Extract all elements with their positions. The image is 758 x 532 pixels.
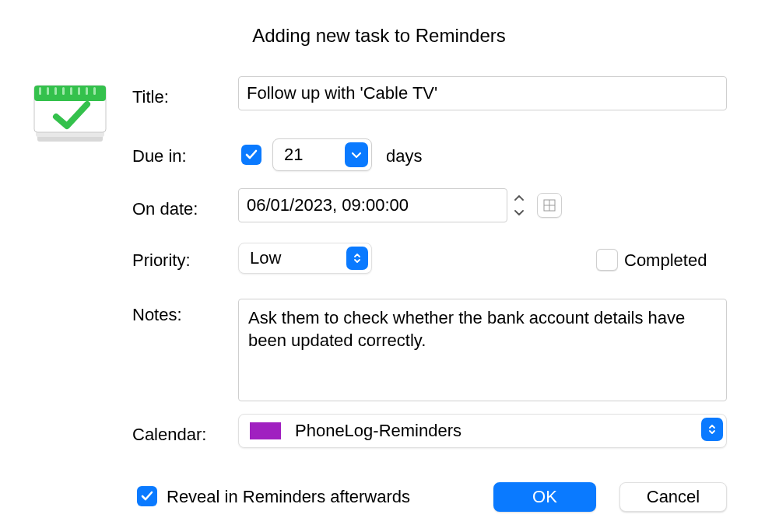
completed-label: Completed [624, 250, 707, 271]
days-suffix-label: days [386, 146, 422, 166]
stepper-up-icon[interactable] [511, 190, 528, 205]
reveal-label: Reveal in Reminders afterwards [167, 487, 410, 507]
svg-rect-11 [93, 87, 96, 95]
updown-caret-icon [346, 247, 368, 270]
on-date-stepper[interactable] [511, 190, 528, 221]
chevron-down-icon [345, 142, 368, 167]
task-dialog: Adding new task to Reminders Title: Due … [0, 0, 758, 532]
calendar-value: PhoneLog-Reminders [295, 421, 461, 441]
reveal-checkbox[interactable] [137, 486, 157, 506]
notes-label: Notes: [132, 305, 182, 325]
ok-button[interactable]: OK [493, 482, 596, 512]
title-input[interactable] [238, 76, 727, 110]
reminders-app-icon [33, 81, 107, 149]
dialog-heading: Adding new task to Reminders [0, 25, 758, 47]
svg-rect-5 [47, 87, 49, 95]
on-date-input[interactable] [238, 188, 507, 222]
due-in-label: Due in: [132, 146, 187, 166]
priority-select[interactable]: Low [238, 243, 372, 274]
priority-value: Low [250, 248, 281, 268]
date-picker-button[interactable] [537, 193, 562, 218]
updown-caret-icon [701, 418, 723, 441]
on-date-label: On date: [132, 199, 198, 219]
svg-rect-8 [70, 87, 72, 95]
due-in-days-select[interactable]: 21 [272, 138, 372, 171]
calendar-label: Calendar: [132, 425, 206, 445]
svg-rect-4 [39, 87, 41, 95]
title-label: Title: [132, 87, 169, 107]
due-in-days-value: 21 [284, 145, 303, 165]
svg-rect-7 [62, 87, 65, 95]
calendar-grid-icon [543, 199, 556, 212]
svg-rect-10 [86, 87, 88, 95]
checkmark-icon [140, 489, 154, 503]
svg-rect-9 [78, 87, 80, 95]
calendar-select[interactable]: PhoneLog-Reminders [238, 414, 727, 448]
notes-textarea[interactable] [238, 299, 727, 401]
cancel-button[interactable]: Cancel [619, 482, 727, 512]
priority-label: Priority: [132, 250, 191, 271]
calendar-color-swatch [250, 422, 281, 439]
svg-rect-6 [54, 87, 57, 95]
completed-checkbox[interactable] [596, 249, 618, 271]
stepper-down-icon[interactable] [511, 206, 528, 222]
due-in-checkbox[interactable] [241, 145, 261, 165]
checkmark-icon [244, 148, 258, 162]
